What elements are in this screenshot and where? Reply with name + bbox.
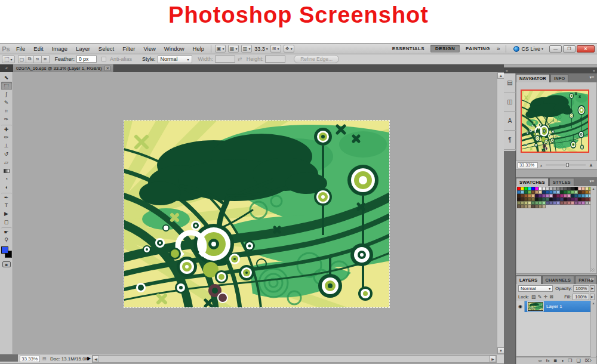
tab-swatches[interactable]: SWATCHES (516, 178, 549, 186)
tab-info[interactable]: INFO (550, 74, 568, 82)
mini-bridge-button[interactable]: ▦▾ (228, 45, 239, 53)
navigator-zoom-input[interactable]: 33.33% (518, 162, 538, 168)
lock-all-icon[interactable]: ⊠ (549, 294, 553, 300)
tab-styles[interactable]: STYLES (549, 178, 574, 186)
tools-panel-collapse[interactable]: « (0, 64, 13, 72)
feather-input[interactable]: 0 px (76, 55, 97, 63)
clone-stamp-tool[interactable]: ⊥ (1, 141, 12, 150)
menubar-item[interactable]: File (12, 45, 29, 52)
blend-mode-dropdown[interactable]: Normal▾ (518, 285, 553, 292)
menubar-item[interactable]: Filter (118, 45, 139, 52)
fill-dropdown-icon[interactable]: ▶ (590, 294, 595, 300)
launch-bridge-button[interactable]: ▣▾ (215, 45, 226, 53)
tab-layers[interactable]: LAYERS (516, 276, 541, 284)
view-extras-button[interactable]: ▥▾ (241, 45, 252, 53)
hand-tool[interactable]: ☛ (1, 227, 12, 236)
minimize-button[interactable]: — (549, 45, 562, 53)
panel-menu-icon[interactable]: ▾≡ (587, 179, 596, 184)
menubar-item[interactable]: Help (189, 45, 209, 52)
scroll-right-icon[interactable]: ▶ (490, 356, 496, 362)
navigator-proxy-view[interactable] (521, 90, 589, 153)
layer-name[interactable]: Layer 1 (546, 304, 562, 309)
menubar-item[interactable]: View (139, 45, 159, 52)
lock-move-icon[interactable]: ✛ (543, 294, 547, 300)
adjustment-layer-icon[interactable]: ◑ (561, 358, 564, 363)
spot-healing-brush-tool[interactable]: ✚ (1, 125, 12, 133)
layer-thumbnail[interactable] (528, 302, 543, 311)
history-brush-tool[interactable]: ↺ (1, 150, 12, 158)
menubar-item[interactable]: Image (48, 45, 72, 52)
gradient-tool[interactable] (1, 166, 12, 175)
workspace-overflow-button[interactable]: » (497, 45, 500, 52)
delete-layer-icon[interactable]: ⌦ (585, 358, 592, 363)
eraser-tool[interactable]: ▱ (1, 158, 12, 166)
menubar-item[interactable]: Select (94, 45, 118, 52)
status-zoom-input[interactable]: 33.33% (20, 356, 40, 362)
layer-style-icon[interactable]: fx (546, 358, 549, 363)
collapse-icon[interactable]: « (506, 69, 508, 73)
opacity-dropdown-icon[interactable]: ▶ (590, 285, 595, 292)
type-tool[interactable]: T (1, 201, 12, 209)
zoom-out-icon[interactable]: ▲ (540, 164, 543, 167)
move-tool[interactable]: ⬉ (1, 73, 12, 82)
eyedropper-tool[interactable]: ✑ (1, 115, 12, 124)
layer-mask-icon[interactable]: ◙ (554, 358, 557, 363)
tool-preset-picker[interactable]: ⬚ ▾ (2, 55, 15, 63)
brush-tool[interactable]: ✏ (1, 133, 12, 141)
scroll-left-icon[interactable]: ◀ (93, 356, 99, 362)
antialias-checkbox[interactable] (101, 57, 106, 61)
layer-group-icon[interactable]: ❒ (568, 358, 572, 363)
rectangular-marquee-tool[interactable]: ⬚ (1, 82, 12, 90)
canvas-area[interactable] (13, 72, 497, 354)
workspace-essentials[interactable]: ESSENTIALS (387, 45, 429, 53)
layer-visibility-toggle[interactable]: ◉ (516, 301, 525, 312)
new-layer-icon[interactable]: ❏ (577, 358, 581, 363)
lasso-tool[interactable]: ʃ (1, 90, 12, 98)
horizontal-scrollbar[interactable]: ◀ ▶ (92, 355, 497, 363)
path-selection-tool[interactable]: ▶ (1, 209, 12, 218)
subtract-selection-button[interactable]: ⧅ (33, 55, 42, 63)
document-tab[interactable]: 02GTA_16.eps @ 33.3% (Layer 1, RGB/8) ✕ (13, 64, 114, 72)
style-dropdown[interactable]: Normal▾ (158, 55, 192, 63)
resize-gripper[interactable] (591, 268, 595, 272)
lock-paint-icon[interactable]: ✎ (538, 294, 542, 300)
swatches-scrollbar[interactable]: ▲ (590, 187, 596, 272)
tab-channels[interactable]: CHANNELS (542, 276, 575, 284)
status-options-arrow[interactable]: ▶ (87, 356, 91, 361)
adjustments-panel-icon[interactable]: ◫ (504, 92, 516, 112)
zoom-level-control[interactable]: 33.3▾ (254, 46, 268, 52)
intersect-selection-button[interactable]: ⧈ (41, 55, 50, 63)
link-layers-icon[interactable]: ∞ (538, 358, 542, 363)
zoom-tool[interactable]: ⚲ (1, 236, 12, 244)
lock-transparency-icon[interactable]: ▨ (531, 294, 536, 300)
navigator-zoom-slider[interactable] (546, 165, 586, 165)
cs-live-button[interactable]: CS Live▾ (513, 46, 543, 52)
dock-collapse-bar[interactable]: « « (504, 67, 597, 73)
dodge-tool[interactable]: ◖ (1, 183, 12, 192)
pen-tool[interactable]: ✒ (1, 193, 12, 201)
blur-tool[interactable]: ◔ (1, 175, 12, 183)
menubar-item[interactable]: Window (160, 45, 189, 52)
panel-menu-icon[interactable]: ▾≡ (587, 75, 596, 80)
add-selection-button[interactable]: ⧉ (26, 55, 34, 63)
screen-mode-button[interactable]: ❖▾ (284, 45, 294, 53)
fill-value[interactable]: 100% (573, 294, 589, 300)
crop-tool[interactable]: ⌗ (1, 107, 12, 115)
restore-button[interactable]: ❐ (563, 45, 576, 53)
new-selection-button[interactable]: ▢ (18, 55, 26, 63)
foreground-color-swatch[interactable] (1, 246, 8, 254)
quick-selection-tool[interactable]: ✎ (1, 98, 12, 107)
color-swatch-control[interactable] (1, 246, 12, 258)
document-artwork[interactable] (124, 121, 389, 307)
workspace-design[interactable]: DESIGN (430, 45, 460, 53)
shape-tool[interactable]: ◻ (1, 218, 12, 226)
arrange-documents-button[interactable]: ⊞▾ (270, 45, 281, 53)
menubar-item[interactable]: Layer (72, 45, 94, 52)
zoom-in-icon[interactable]: ▲ (589, 162, 593, 168)
close-document-icon[interactable]: ✕ (104, 66, 110, 71)
character-panel-icon[interactable]: A (504, 112, 516, 131)
menubar-item[interactable]: Edit (29, 45, 47, 52)
quick-mask-button[interactable]: ◙ (2, 261, 11, 267)
panel-menu-icon[interactable]: ▾≡ (587, 277, 596, 282)
collapse-icon[interactable]: « (593, 69, 595, 73)
